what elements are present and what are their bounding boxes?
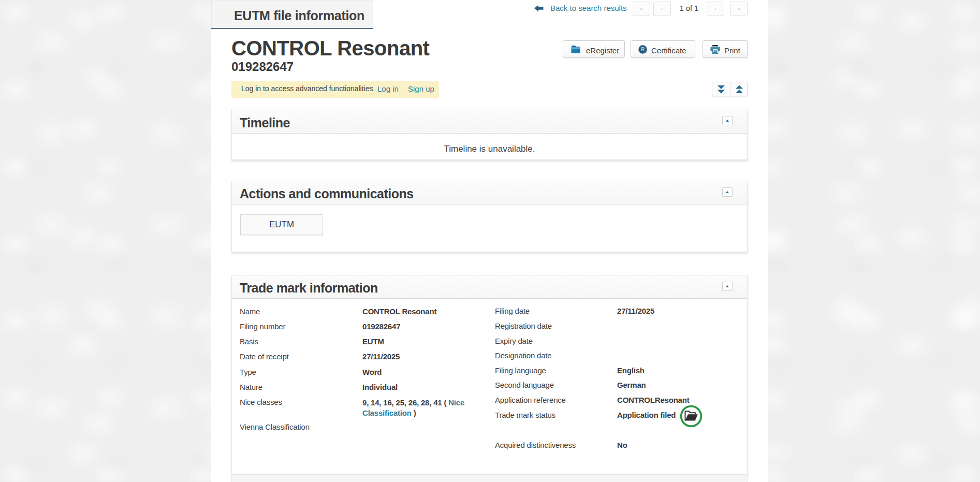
svg-text:R: R (641, 47, 645, 52)
